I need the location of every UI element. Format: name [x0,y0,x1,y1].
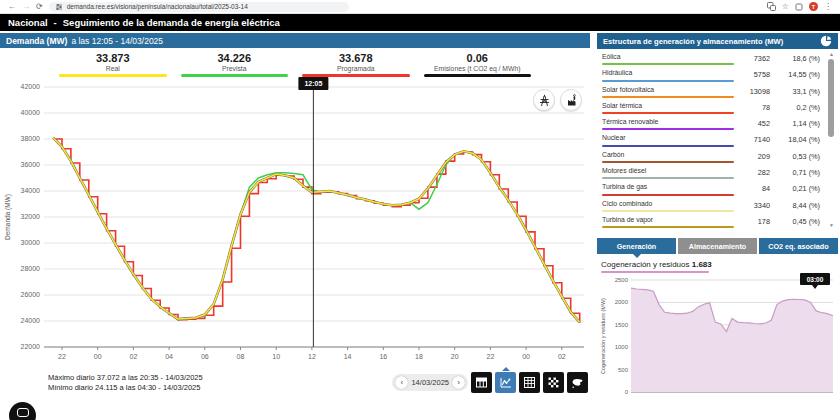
generation-panel: Estructura de generación y almacenamient… [597,33,838,420]
scrollbar-thumb[interactable] [828,59,834,137]
view-buttons [471,372,588,393]
profile-avatar[interactable]: T [809,2,818,11]
browser-actions: ☆ T ⋮ [767,0,832,14]
generation-label: Turbina de vapor [602,216,653,223]
generation-value: 3340 [754,201,770,210]
cogeneration-chart[interactable]: 05001000150020002500Cogeneración y resid… [597,273,838,418]
url-text: demanda.ree.es/visiona/peninsula/naciona… [67,3,248,10]
generation-label: Nuclear [602,134,625,141]
factory-button[interactable] [560,89,582,111]
header-separator: - [54,17,57,28]
svg-text:1000: 1000 [615,344,629,350]
generation-row[interactable]: Motores diésel 282 0,71 (%) [600,165,822,181]
generation-color-bar [602,177,734,179]
demand-panel-header: Demanda (MW) a las 12:05 - 14/03/2025 [0,33,590,48]
reload-icon[interactable]: ⟳ [36,0,43,14]
svg-text:10: 10 [272,353,280,360]
generation-label: Térmica renovable [602,118,658,125]
line-chart-view-button[interactable] [495,372,516,393]
back-icon[interactable]: ← [8,0,16,14]
generation-row[interactable]: Carbón 209 0,53 (%) [600,149,822,165]
svg-text:34000: 34000 [21,187,41,194]
generation-value: 282 [758,168,770,177]
svg-text:02: 02 [558,353,566,360]
demand-title: Demanda (MW) [6,36,67,46]
forward-icon[interactable]: → [22,0,30,14]
kebab-menu-icon[interactable]: ⋮ [824,0,832,14]
generation-value: 178 [758,217,770,226]
spain-map-view-button[interactable] [567,372,588,393]
stat-value: 33.678 [302,52,410,64]
stat-label: Emisiones (t CO2 eq / MWh) [424,65,532,72]
svg-text:08: 08 [237,353,245,360]
svg-text:12:05: 12:05 [304,80,322,87]
generation-value: 452 [758,119,770,128]
generation-row[interactable]: Solar fotovoltaica 13098 33,1 (%) [600,84,822,100]
svg-text:00: 00 [522,353,530,360]
generation-row[interactable]: Nuclear 7140 18,04 (%) [600,132,822,148]
generation-row[interactable]: Hidráulica 5758 14,55 (%) [600,67,822,83]
stat-real: 33.873 Real [59,52,167,77]
svg-text:38000: 38000 [21,135,41,142]
date-controls: ‹ 14/03/2025 › [392,372,588,393]
generation-row[interactable]: Térmica renovable 452 1,14 (%) [600,116,822,132]
scroll-down-icon[interactable]: ▼ [827,222,836,228]
tab-almacenamiento[interactable]: Almacenamiento [678,238,757,254]
svg-text:30000: 30000 [21,239,41,246]
svg-text:26000: 26000 [21,291,41,298]
generation-row[interactable]: Solar térmica 78 0,2 (%) [600,100,822,116]
stat-programada: 33.678 Programada [302,52,410,77]
demand-footer: Máximo diario 37.072 a las 20:35 - 14/03… [0,371,590,409]
svg-text:02: 02 [130,353,138,360]
generation-color-bar [602,80,734,82]
generation-value: 5758 [754,70,770,79]
factory-icon [565,94,578,107]
generation-color-bar [602,161,734,163]
stat-value: 0.06 [424,52,532,64]
data-table-view-button[interactable] [471,372,492,393]
scroll-up-icon[interactable]: ▲ [827,51,836,57]
app-header: Nacional - Seguimiento de la demanda de … [0,14,840,31]
generation-row[interactable]: Eólica 7362 18,6 (%) [600,51,822,67]
generation-value: 84 [762,184,770,193]
svg-text:04: 04 [165,353,173,360]
generation-percent: 33,1 (%) [792,87,820,96]
accessibility-icon [17,408,29,417]
svg-text:Cogeneración y residuos (MW): Cogeneración y residuos (MW) [600,298,606,374]
date-picker[interactable]: ‹ 14/03/2025 › [392,374,468,391]
generation-row[interactable]: Ciclo combinado 3340 8,44 (%) [600,198,822,214]
stats-row: 33.873 Real 34.226 Prevista 33.678 Progr… [0,48,590,77]
list-scrollbar[interactable]: ▲ ▼ [827,51,836,228]
generation-color-bar [602,96,734,98]
detail-table-view-icon [523,376,536,389]
tab-generaci-n[interactable]: Generación [597,238,676,254]
demand-panel: Demanda (MW) a las 12:05 - 14/03/2025 33… [0,33,590,420]
generation-row[interactable]: Turbina de vapor 178 0,45 (%) [600,214,822,230]
mosaic-view-button[interactable] [543,372,564,393]
detail-table-view-button[interactable] [519,372,540,393]
generation-color-bar [602,112,734,114]
generation-label: Solar fotovoltaica [602,86,654,93]
demand-chart[interactable]: 2200024000260002800030000320003400036000… [0,77,590,367]
next-day-button[interactable]: › [452,376,465,389]
translate-icon[interactable] [767,2,776,11]
data-table-view-icon [475,376,488,389]
stat-prevista: 34.226 Prevista [181,52,289,77]
generation-color-bar [602,145,734,147]
generation-color-bar [602,194,734,196]
generation-percent: 0,21 (%) [792,184,820,193]
generation-label: Turbina de gas [602,183,647,190]
prev-day-button[interactable]: ‹ [395,376,408,389]
subchart-value: 1.683 [692,260,712,269]
address-bar[interactable]: demanda.ree.es/visiona/peninsula/naciona… [49,2,349,12]
site-info-icon[interactable] [55,3,63,11]
generation-row[interactable]: Turbina de gas 84 0,21 (%) [600,181,822,197]
svg-text:22000: 22000 [21,343,41,350]
transmission-tower-button[interactable] [533,89,555,111]
pie-chart-icon[interactable] [820,35,832,47]
generation-percent: 0,2 (%) [796,103,820,112]
svg-text:16: 16 [379,353,387,360]
extensions-icon[interactable] [795,3,803,11]
tab-co2-eq-asociado[interactable]: CO2 eq. asociado [759,238,838,254]
bookmark-star-icon[interactable]: ☆ [782,0,789,14]
